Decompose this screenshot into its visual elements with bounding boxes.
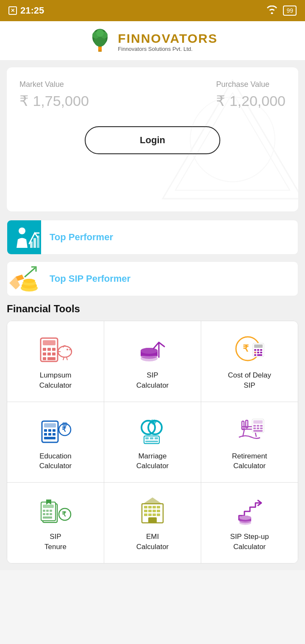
market-value-label: Market Value xyxy=(19,80,89,89)
svg-text:₹: ₹ xyxy=(243,343,249,354)
sip-tenure-label: SIPTenure xyxy=(44,532,67,552)
lumpsum-calculator-label: LumpsumCalculator xyxy=(39,370,72,391)
cost-delay-icon: ₹ xyxy=(233,334,266,364)
svg-rect-66 xyxy=(155,437,158,439)
tools-row-3: ₹ SIPTenure xyxy=(7,483,298,563)
sip-tenure-icon: ₹ xyxy=(39,495,72,525)
retirement-calculator-label: RetirementCalculator xyxy=(232,451,267,472)
tools-row-1: LumpsumCalculator SIPCalculator xyxy=(7,321,298,402)
status-x-icon: ✕ xyxy=(8,6,17,15)
status-bar: ✕ 21:25 99 xyxy=(0,0,305,21)
svg-rect-29 xyxy=(47,357,55,360)
top-sip-performer-card[interactable]: Top SIP Performer xyxy=(7,261,298,296)
svg-rect-42 xyxy=(254,349,256,351)
svg-rect-53 xyxy=(48,429,51,432)
tools-row-2: ₹ EducationCalculator xyxy=(7,402,298,483)
wifi-icon xyxy=(266,6,278,16)
svg-point-5 xyxy=(96,29,104,37)
svg-rect-45 xyxy=(254,352,256,353)
svg-rect-52 xyxy=(44,429,47,432)
lumpsum-calculator-cell[interactable]: LumpsumCalculator xyxy=(7,321,104,402)
svg-rect-41 xyxy=(254,344,263,348)
emi-calculator-cell[interactable]: EMICalculator xyxy=(104,483,201,563)
main-content: Market Value ₹ 1,75,000 Purchase Value ₹… xyxy=(0,61,305,570)
market-value-amount: ₹ 1,75,000 xyxy=(19,92,89,109)
svg-rect-95 xyxy=(144,506,147,508)
svg-marker-8 xyxy=(175,93,290,190)
marriage-icon xyxy=(136,415,169,444)
financial-tools-title: Financial Tools xyxy=(7,303,298,315)
status-time: ✕ 21:25 xyxy=(8,5,44,16)
svg-rect-57 xyxy=(53,433,55,436)
portfolio-card: Market Value ₹ 1,75,000 Purchase Value ₹… xyxy=(7,67,298,211)
svg-rect-89 xyxy=(46,513,49,515)
svg-rect-48 xyxy=(254,354,256,356)
svg-point-37 xyxy=(141,348,158,354)
sip-tenure-cell[interactable]: ₹ SIPTenure xyxy=(7,483,104,563)
svg-rect-58 xyxy=(44,437,55,439)
svg-point-6 xyxy=(98,47,102,50)
svg-marker-108 xyxy=(143,497,162,504)
svg-rect-28 xyxy=(43,357,46,360)
svg-point-19 xyxy=(23,279,35,283)
top-performer-card[interactable]: Top Performer xyxy=(7,220,298,255)
sip-stepup-calculator-cell[interactable]: SIP Step-upCalculator xyxy=(201,483,298,563)
emi-calculator-label: EMICalculator xyxy=(136,532,169,552)
svg-rect-87 xyxy=(50,510,52,512)
battery-icon: 99 xyxy=(283,6,297,16)
svg-text:₹: ₹ xyxy=(62,511,67,518)
svg-rect-85 xyxy=(43,510,45,512)
svg-rect-103 xyxy=(144,514,147,516)
svg-rect-97 xyxy=(152,506,156,508)
logo-text: FINNOVATORS Finnovators Solutions Pvt. L… xyxy=(118,31,217,52)
logo-subtitle: Finnovators Solutions Pvt. Ltd. xyxy=(118,46,217,52)
svg-rect-104 xyxy=(148,514,152,516)
svg-rect-21 xyxy=(43,340,55,345)
logo-title: FINNOVATORS xyxy=(118,31,217,46)
svg-rect-13 xyxy=(33,238,36,248)
logo-container: FINNOVATORS Finnovators Solutions Pvt. L… xyxy=(87,29,217,54)
portfolio-bg-decoration xyxy=(158,76,298,203)
svg-rect-55 xyxy=(44,433,47,436)
svg-rect-100 xyxy=(148,510,152,512)
svg-rect-90 xyxy=(50,513,52,515)
svg-rect-74 xyxy=(253,420,263,424)
retirement-calculator-cell[interactable]: RetirementCalculator xyxy=(201,402,298,483)
cost-of-delay-sip-label: Cost of DelaySIP xyxy=(228,370,271,391)
svg-rect-75 xyxy=(253,425,256,427)
svg-point-9 xyxy=(190,97,275,182)
svg-rect-49 xyxy=(257,354,262,356)
svg-rect-107 xyxy=(148,517,157,523)
marriage-calculator-cell[interactable]: MarriageCalculator xyxy=(104,402,201,483)
svg-rect-101 xyxy=(152,510,156,512)
svg-rect-22 xyxy=(43,348,46,351)
svg-rect-102 xyxy=(157,510,160,512)
svg-rect-76 xyxy=(257,425,259,427)
svg-rect-54 xyxy=(53,429,55,432)
svg-rect-78 xyxy=(253,427,256,429)
svg-rect-44 xyxy=(260,349,262,351)
sip-stepup-icon xyxy=(233,495,266,525)
svg-rect-96 xyxy=(148,506,152,508)
sip-stepup-calculator-label: SIP Step-upCalculator xyxy=(230,532,269,552)
svg-point-114 xyxy=(239,516,251,520)
cost-of-delay-sip-cell[interactable]: ₹ Cost of DelaySIP xyxy=(201,321,298,402)
svg-point-31 xyxy=(67,349,68,350)
education-calculator-cell[interactable]: ₹ EducationCalculator xyxy=(7,402,104,483)
svg-rect-24 xyxy=(52,348,55,351)
education-icon: ₹ xyxy=(39,415,72,444)
svg-rect-27 xyxy=(52,353,55,355)
svg-marker-7 xyxy=(163,80,298,199)
svg-rect-81 xyxy=(253,430,263,432)
sip-calculator-cell[interactable]: SIPCalculator xyxy=(104,321,201,402)
svg-rect-64 xyxy=(145,437,149,439)
svg-rect-80 xyxy=(260,427,263,429)
svg-rect-77 xyxy=(260,425,263,427)
svg-rect-88 xyxy=(43,513,45,515)
status-icons: 99 xyxy=(266,6,297,16)
market-value-group: Market Value ₹ 1,75,000 xyxy=(19,80,89,109)
svg-rect-14 xyxy=(37,236,39,248)
marriage-calculator-label: MarriageCalculator xyxy=(136,451,169,472)
svg-rect-69 xyxy=(242,421,244,430)
svg-rect-25 xyxy=(43,353,46,355)
